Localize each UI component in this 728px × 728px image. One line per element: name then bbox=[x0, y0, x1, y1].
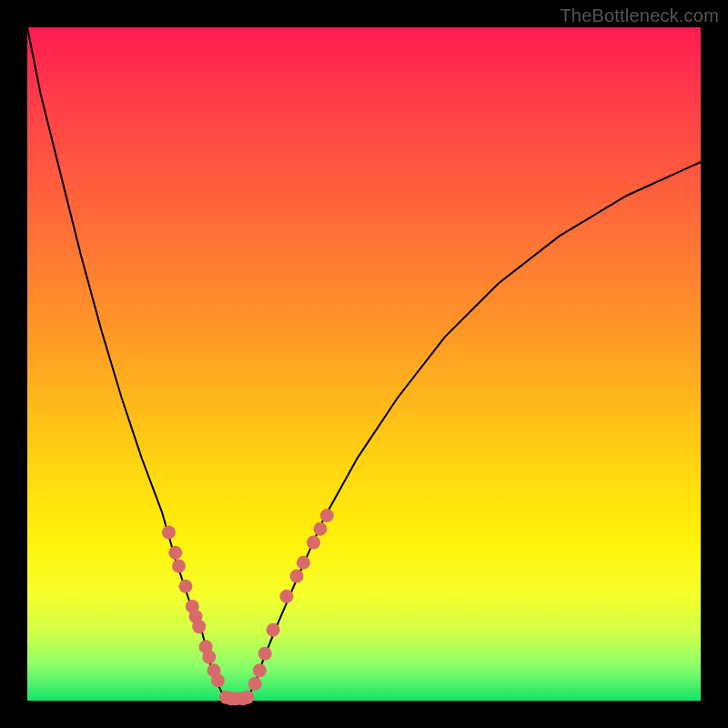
watermark-text: TheBottleneck.com bbox=[560, 5, 719, 26]
data-marker bbox=[313, 522, 327, 536]
data-marker bbox=[320, 509, 334, 522]
data-marker bbox=[258, 647, 272, 661]
curve-right-arm bbox=[247, 162, 702, 701]
data-marker bbox=[297, 556, 310, 570]
chart-container: TheBottleneck.com bbox=[0, 0, 728, 728]
data-marker bbox=[168, 546, 182, 560]
data-marker bbox=[267, 623, 280, 637]
data-marker bbox=[248, 677, 262, 691]
plot-area bbox=[27, 27, 701, 701]
data-marker bbox=[253, 663, 267, 677]
curve-left-arm bbox=[27, 27, 226, 701]
data-marker bbox=[211, 673, 225, 687]
data-marker bbox=[162, 526, 176, 540]
data-marker bbox=[172, 560, 186, 573]
data-marker bbox=[192, 620, 206, 633]
data-marker bbox=[290, 570, 304, 583]
data-marker bbox=[279, 590, 293, 603]
data-marker bbox=[202, 650, 216, 663]
data-marker bbox=[178, 580, 192, 593]
data-marker bbox=[241, 691, 255, 704]
curve-layer bbox=[27, 27, 701, 701]
data-marker bbox=[307, 536, 320, 550]
